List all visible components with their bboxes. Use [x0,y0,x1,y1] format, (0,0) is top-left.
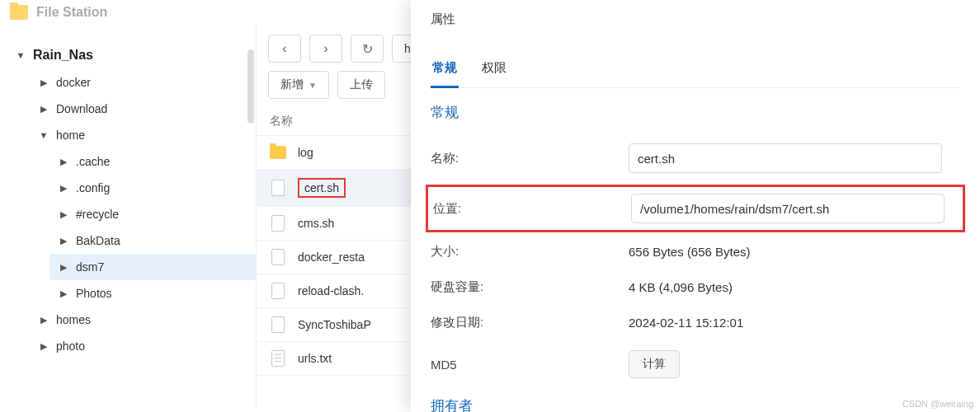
back-button[interactable]: ‹ [268,35,301,63]
scrollbar[interactable] [247,49,254,124]
prop-label-md5: MD5 [431,358,629,372]
section-general-title: 常规 [431,103,960,122]
tree-root-item[interactable]: Rain_Nas [7,41,256,69]
chevron-right-icon[interactable] [38,315,49,325]
sidebar-item-download[interactable]: Download [30,96,256,122]
chevron-right-icon[interactable] [58,209,69,220]
sidebar: Rain_Nas docker Download home .cache .co… [0,25,256,409]
sidebar-item-photos[interactable]: Photos [49,280,256,307]
chevron-right-icon[interactable] [38,341,49,352]
chevron-right-icon[interactable] [38,77,49,88]
prop-row-location: 位置: [426,185,965,232]
folder-icon [10,5,28,20]
chevron-right-icon[interactable] [58,183,69,194]
upload-button[interactable]: 上传 [337,71,385,99]
file-icon [270,316,286,333]
chevron-down-icon[interactable] [15,50,26,60]
chevron-down-icon: ▼ [309,81,317,90]
location-input[interactable] [631,194,945,223]
chevron-right-icon[interactable] [58,236,69,246]
prop-row-md5: MD5 计算 [431,340,960,388]
folder-icon [270,144,286,161]
panel-title: 属性 [431,12,960,27]
section-owner-title: 拥有者 [431,396,960,412]
refresh-button[interactable]: ↻ [351,35,384,63]
sidebar-item-home[interactable]: home [30,122,256,148]
prop-row-modified: 修改日期: 2024-02-11 15:12:01 [431,305,960,340]
sidebar-item-config[interactable]: .config [49,175,256,201]
prop-label-location: 位置: [433,201,631,217]
file-icon [270,180,286,196]
prop-label-name: 名称: [431,151,629,166]
sidebar-item-bakdata[interactable]: BakData [49,227,256,254]
sidebar-item-docker[interactable]: docker [30,69,256,96]
file-icon [270,283,286,299]
text-file-icon [270,350,286,367]
prop-label-disk: 硬盘容量: [431,279,629,295]
forward-button[interactable]: › [309,35,342,63]
prop-row-name: 名称: [431,133,960,183]
chevron-right-icon[interactable] [38,104,49,115]
file-icon [270,215,286,232]
watermark: CSDN @weiraing [902,399,973,409]
sidebar-item-cache[interactable]: .cache [49,148,256,175]
add-button[interactable]: 新增▼ [268,71,329,99]
prop-row-size: 大小: 656 Bytes (656 Bytes) [431,234,960,269]
app-title: File Station [36,5,107,20]
prop-value-modified: 2024-02-11 15:12:01 [629,316,960,330]
prop-value-size: 656 Bytes (656 Bytes) [629,245,960,259]
sidebar-item-dsm7[interactable]: dsm7 [49,254,256,280]
chevron-right-icon[interactable] [58,262,69,273]
file-icon [270,249,286,265]
prop-value-disk: 4 KB (4,096 Bytes) [629,280,960,294]
prop-row-disk: 硬盘容量: 4 KB (4,096 Bytes) [431,269,960,305]
tab-general[interactable]: 常规 [431,52,459,87]
chevron-right-icon[interactable] [58,288,69,299]
tab-permission[interactable]: 权限 [480,52,508,87]
prop-label-modified: 修改日期: [431,315,629,330]
tree-root-label: Rain_Nas [33,48,93,63]
chevron-right-icon[interactable] [58,157,69,167]
sidebar-item-photo[interactable]: photo [30,333,256,359]
md5-compute-button[interactable]: 计算 [629,350,680,378]
prop-label-size: 大小: [431,244,629,260]
sidebar-item-recycle[interactable]: #recycle [49,201,256,227]
panel-tabs: 常规 权限 [431,52,960,88]
sidebar-item-homes[interactable]: homes [30,307,256,333]
properties-panel: 属性 常规 权限 常规 名称: 位置: 大小: 656 Bytes (656 B… [411,0,980,412]
chevron-down-icon[interactable] [38,130,49,140]
name-input[interactable] [629,143,942,173]
